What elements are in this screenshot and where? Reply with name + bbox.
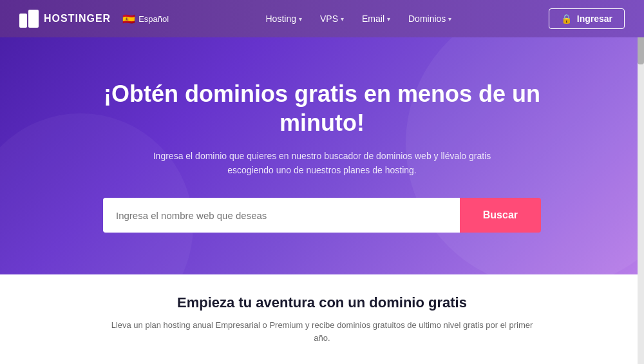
chevron-down-icon: ▾ bbox=[341, 15, 344, 23]
flag-icon: 🇪🇸 bbox=[122, 13, 135, 25]
login-label: Ingresar bbox=[577, 14, 612, 24]
nav-item-vps[interactable]: VPS ▾ bbox=[320, 14, 344, 24]
bottom-title: Empieza tu aventura con un dominio grati… bbox=[177, 294, 467, 311]
hero-title: ¡Obtén dominios gratis en menos de un mi… bbox=[90, 79, 554, 137]
chevron-down-icon: ▾ bbox=[387, 15, 390, 23]
scrollbar[interactable] bbox=[638, 0, 644, 364]
bottom-section: Empieza tu aventura con un dominio grati… bbox=[0, 274, 644, 364]
logo[interactable]: HOSTINGER bbox=[19, 10, 111, 28]
bottom-subtitle: Lleva un plan hosting anual Empresarial … bbox=[109, 319, 535, 344]
logo-text: HOSTINGER bbox=[44, 13, 111, 24]
nav-email-label: Email bbox=[362, 14, 384, 24]
language-label: Español bbox=[138, 14, 169, 24]
navbar-left: HOSTINGER 🇪🇸 Español bbox=[19, 10, 169, 28]
hero-subtitle: Ingresa el dominio que quieres en nuestr… bbox=[135, 149, 509, 178]
svg-rect-1 bbox=[28, 10, 39, 28]
navbar: HOSTINGER 🇪🇸 Español Hosting ▾ VPS ▾ Ema… bbox=[0, 0, 644, 37]
lock-icon: 🔒 bbox=[561, 14, 572, 24]
navbar-nav: Hosting ▾ VPS ▾ Email ▾ Dominios ▾ bbox=[266, 14, 452, 24]
svg-rect-0 bbox=[19, 14, 27, 28]
domain-search-bar: Buscar bbox=[103, 198, 541, 233]
domain-search-input[interactable] bbox=[103, 198, 460, 233]
nav-vps-label: VPS bbox=[320, 14, 338, 24]
chevron-down-icon: ▾ bbox=[448, 15, 451, 23]
chevron-down-icon: ▾ bbox=[299, 15, 302, 23]
navbar-right: 🔒 Ingresar bbox=[549, 8, 625, 29]
nav-hosting-label: Hosting bbox=[266, 14, 296, 24]
nav-item-email[interactable]: Email ▾ bbox=[362, 14, 390, 24]
nav-item-hosting[interactable]: Hosting ▾ bbox=[266, 14, 302, 24]
language-selector[interactable]: 🇪🇸 Español bbox=[122, 13, 169, 25]
nav-item-dominios[interactable]: Dominios ▾ bbox=[408, 14, 451, 24]
hero-section: ¡Obtén dominios gratis en menos de un mi… bbox=[0, 37, 644, 274]
search-button[interactable]: Buscar bbox=[460, 198, 541, 233]
nav-dominios-label: Dominios bbox=[408, 14, 446, 24]
logo-icon bbox=[19, 10, 39, 28]
login-button[interactable]: 🔒 Ingresar bbox=[549, 8, 625, 29]
